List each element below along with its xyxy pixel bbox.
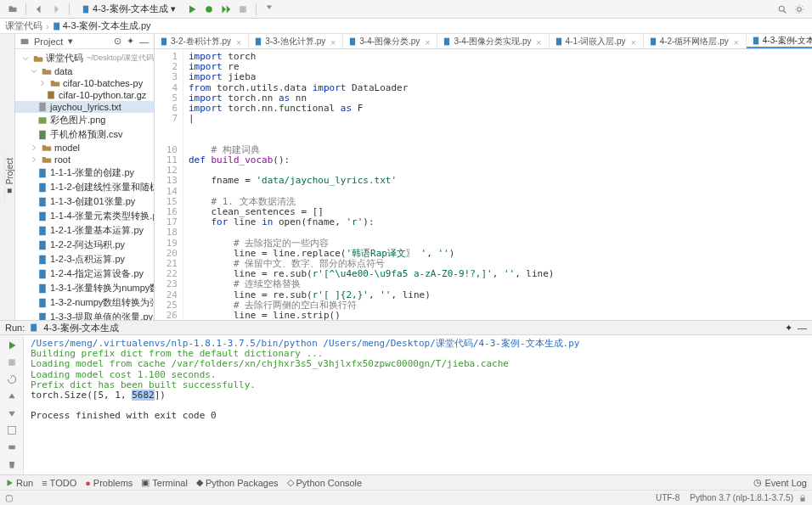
project-root[interactable]: 课堂代码 ~/Desktop/课堂代码: [15, 51, 154, 65]
tree-item[interactable]: root: [15, 154, 154, 166]
svg-rect-10: [39, 168, 46, 177]
print-button[interactable]: [5, 440, 19, 454]
code-editor[interactable]: import torch import re import jieba from…: [183, 49, 812, 320]
folder-icon: [33, 53, 43, 64]
open-btn[interactable]: [5, 2, 20, 17]
project-settings-icon[interactable]: ✦: [127, 36, 134, 47]
rerun-button[interactable]: [5, 339, 19, 352]
run-button[interactable]: [184, 2, 200, 17]
terminal-tab-button[interactable]: ▣ Terminal: [141, 477, 188, 488]
trash-button[interactable]: [5, 457, 19, 471]
lock-icon[interactable]: [798, 494, 807, 502]
status-bar: ▢ UTF-8 Python 3.7 (nlp-1.8.1-3.7.5): [0, 490, 812, 505]
svg-rect-12: [39, 197, 46, 206]
tree-item[interactable]: 1-3-3-提取单值的张量.py: [15, 310, 154, 320]
breadcrumb-root[interactable]: 课堂代码: [5, 20, 42, 32]
layout-button[interactable]: [5, 424, 19, 437]
tree-item[interactable]: 1-1-1-张量的创建.py: [15, 166, 154, 180]
project-locate-icon[interactable]: ⊙: [114, 36, 121, 47]
tree-item[interactable]: 1-1-4-张量元素类型转换.py: [15, 209, 154, 223]
editor-tab[interactable]: 4-3-案例-文本生成.py×: [747, 34, 812, 48]
svg-rect-1: [240, 6, 247, 13]
svg-rect-20: [39, 312, 46, 320]
svg-rect-8: [39, 117, 47, 124]
tree-item[interactable]: cifar-10-batches-py: [15, 77, 154, 89]
editor-tab[interactable]: 3-4-图像分类实现.py×: [437, 34, 549, 48]
tree-item[interactable]: 1-2-2-阿达玛积.py: [15, 238, 154, 252]
status-encoding[interactable]: UTF-8: [651, 493, 685, 502]
svg-point-0: [206, 6, 213, 13]
editor-tab[interactable]: 3-2-卷积计算.py×: [155, 34, 249, 48]
svg-rect-31: [161, 37, 166, 45]
editor-tabs: 3-2-卷积计算.py×3-3-池化计算.py×3-4-图像分类.py×3-4-…: [155, 34, 812, 49]
svg-rect-15: [39, 240, 46, 250]
todo-tab-button[interactable]: ≡ TODO: [42, 478, 76, 488]
svg-rect-13: [39, 211, 46, 221]
breadcrumb-current[interactable]: 4-3-案例-文本生成.py: [63, 20, 151, 32]
svg-rect-16: [39, 255, 46, 264]
svg-rect-36: [651, 37, 656, 45]
run-settings-icon[interactable]: ✦: [785, 323, 792, 334]
editor-tab[interactable]: 3-3-池化计算.py×: [249, 34, 343, 48]
search-everywhere-button[interactable]: [775, 2, 790, 17]
run-config-dropdown[interactable]: 4-3-案例-文本生成 ▾: [75, 3, 183, 15]
settings-icon[interactable]: [792, 2, 807, 17]
debug-button[interactable]: [201, 2, 217, 17]
status-hide-toolwindows-icon[interactable]: ▢: [5, 493, 13, 502]
python-packages-tab-button[interactable]: ◆ Python Packages: [196, 477, 279, 488]
project-icon: [20, 37, 29, 46]
editor-tab[interactable]: 4-1-词嵌入层.py×: [550, 34, 644, 48]
tree-item[interactable]: 1-3-2-numpy数组转换为张量.py: [15, 295, 154, 310]
project-tool-button[interactable]: ■ Project: [4, 153, 14, 201]
tree-item[interactable]: 1-1-3-创建01张量.py: [15, 194, 154, 209]
stop-button[interactable]: [235, 2, 251, 17]
svg-rect-33: [350, 37, 355, 45]
svg-rect-19: [39, 298, 46, 307]
tree-item[interactable]: 1-3-1-张量转换为numpy数组.py: [15, 281, 154, 295]
editor: 3-2-卷积计算.py×3-3-池化计算.py×3-4-图像分类.py×3-4-…: [155, 34, 812, 320]
tree-item[interactable]: 手机价格预测.csv: [15, 127, 154, 142]
run-hide-icon[interactable]: —: [798, 323, 807, 333]
tree-item[interactable]: 彩色图片.png: [15, 113, 154, 127]
run-label: Run:: [5, 323, 25, 333]
svg-rect-42: [8, 359, 15, 366]
tree-item[interactable]: data: [15, 65, 154, 77]
up-button[interactable]: [5, 390, 19, 403]
problems-tab-button[interactable]: ● Problems: [85, 478, 133, 488]
restart-button[interactable]: [5, 373, 19, 386]
event-log-button[interactable]: ◷ Event Log: [753, 477, 807, 488]
svg-rect-17: [39, 269, 46, 278]
tree-item[interactable]: 1-2-3-点积运算.py: [15, 252, 154, 267]
project-collapse-icon[interactable]: —: [139, 36, 149, 47]
stop-run-button[interactable]: [5, 356, 19, 369]
svg-rect-4: [54, 22, 59, 30]
svg-rect-14: [39, 226, 46, 235]
run-context-button[interactable]: [218, 2, 234, 17]
run-tab-label[interactable]: 4-3-案例-文本生成: [43, 322, 119, 334]
tree-item[interactable]: 1-2-4-指定运算设备.py: [15, 267, 154, 281]
editor-tab[interactable]: 3-4-图像分类.py×: [343, 34, 437, 48]
tree-item[interactable]: jaychou_lyrics.txt: [15, 101, 154, 113]
vcs-button[interactable]: [262, 2, 277, 17]
tree-item[interactable]: cifar-10-python.tar.gz: [15, 89, 154, 101]
tree-item[interactable]: 1-1-2-创建线性张量和随机张量.py: [15, 180, 154, 194]
editor-gutter: 1234567 10111213141516171819202122232425…: [155, 49, 183, 320]
project-panel: Project ▾ ⊙ ✦ — 课堂代码 ~/Desktop/课堂代码 data…: [15, 34, 155, 320]
nav-fwd-btn[interactable]: [48, 2, 64, 17]
python-console-tab-button[interactable]: ◇ Python Console: [287, 477, 363, 488]
tree-item[interactable]: 1-2-1-张量基本运算.py: [15, 223, 154, 238]
status-interpreter[interactable]: Python 3.7 (nlp-1.8.1-3.7.5): [685, 493, 798, 502]
project-tree[interactable]: 课堂代码 ~/Desktop/课堂代码 datacifar-10-batches…: [15, 49, 154, 320]
run-tab-button[interactable]: Run: [5, 478, 33, 488]
svg-rect-18: [39, 283, 46, 293]
svg-point-2: [779, 6, 784, 11]
run-output[interactable]: /Users/meng/.virtualenvs/nlp-1.8.1-3.7.5…: [24, 335, 812, 474]
top-toolbar: 4-3-案例-文本生成 ▾: [0, 0, 812, 19]
nav-back-btn[interactable]: [31, 2, 47, 17]
tree-item[interactable]: model: [15, 142, 154, 154]
editor-tab[interactable]: 4-2-循环网络层.py×: [644, 34, 747, 48]
down-button[interactable]: [5, 407, 19, 420]
python-file-icon: [30, 323, 38, 332]
project-header-label: Project: [34, 36, 63, 47]
svg-rect-6: [48, 92, 54, 99]
